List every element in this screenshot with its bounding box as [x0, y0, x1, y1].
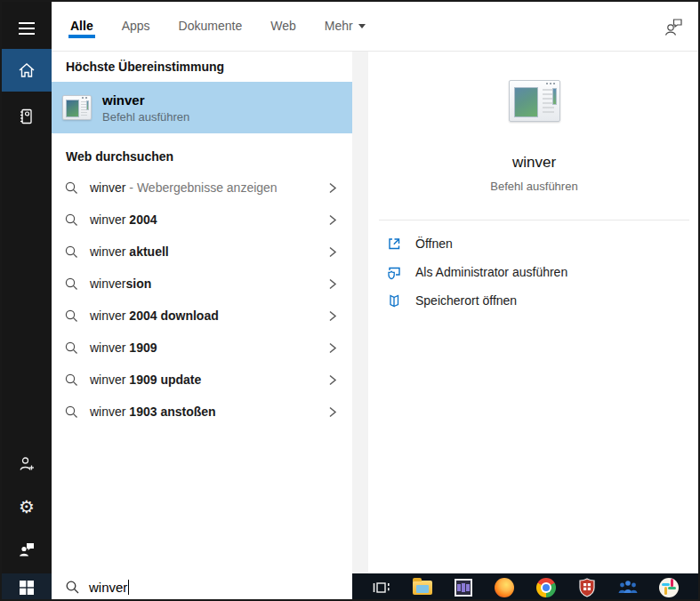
chevron-right-icon[interactable]	[325, 244, 340, 260]
gear-icon: ⚙	[19, 496, 35, 517]
chevron-right-icon[interactable]	[325, 180, 340, 196]
action-open-file-location[interactable]: Speicherort öffnen	[368, 286, 700, 315]
best-match-row[interactable]: winver Befehl ausführen	[52, 82, 352, 133]
suggestion-text: winversion	[90, 276, 151, 291]
firefox-button[interactable]	[487, 573, 521, 601]
file-explorer-icon	[413, 581, 432, 595]
search-results-panel: Höchste Übereinstimmung winver Befehl au…	[52, 52, 352, 573]
contacts-people-icon	[617, 578, 639, 597]
tab-alle[interactable]: Alle	[68, 11, 95, 44]
task-view-button[interactable]	[365, 573, 398, 601]
notebook-icon	[18, 108, 36, 125]
suggestion-text: winver 1909	[90, 341, 157, 355]
hamburger-menu-button[interactable]	[2, 7, 52, 50]
home-icon	[18, 62, 36, 78]
tab-mehr[interactable]: Mehr	[323, 11, 367, 44]
tab-web[interactable]: Web	[269, 11, 298, 44]
feedback-icon	[18, 541, 36, 557]
sidebar-item-home[interactable]	[2, 49, 52, 92]
tab-apps[interactable]: Apps	[120, 11, 152, 44]
suggestion-text: winver 2004	[90, 212, 157, 227]
search-icon	[65, 580, 80, 595]
web-suggestion-row[interactable]: winver 1903 anstoßen	[52, 396, 352, 428]
web-search-header: Web durchsuchen	[52, 141, 352, 172]
action-label: Speicherort öffnen	[415, 293, 517, 308]
teams-button[interactable]	[447, 573, 480, 601]
suggestion-text: winver - Webergebnisse anzeigen	[90, 180, 278, 195]
tab-label: Apps	[122, 19, 150, 33]
search-input-value: winver	[89, 580, 127, 595]
preview-divider	[379, 220, 689, 220]
search-icon	[64, 212, 79, 228]
search-icon	[64, 405, 79, 420]
action-label: Öffnen	[415, 236, 453, 251]
teams-icon	[455, 579, 472, 597]
suggestion-text: winver 2004 download	[90, 309, 219, 323]
suggestion-text: winver 1909 update	[90, 373, 201, 387]
sidebar-item-settings[interactable]: ⚙	[2, 485, 52, 528]
chevron-right-icon[interactable]	[325, 341, 340, 356]
file-explorer-button[interactable]	[406, 573, 439, 601]
suggestion-text: winver 1903 anstoßen	[90, 405, 216, 419]
search-input[interactable]: winver	[52, 573, 352, 601]
action-label: Als Administrator ausführen	[415, 265, 567, 279]
sidebar-item-add-account[interactable]	[2, 443, 52, 485]
tab-label: Mehr	[325, 19, 353, 33]
windows-search-flyout: { "colors": { "accent": "#0078d7", "sele…	[0, 0, 700, 601]
search-icon	[64, 180, 79, 196]
preview-panel: winver Befehl ausführen Öffnen Als Admin…	[368, 52, 700, 573]
chevron-right-icon[interactable]	[325, 373, 340, 388]
web-suggestion-row[interactable]: winver - Webergebnisse anzeigen	[52, 172, 352, 204]
search-tab-bar: Alle Apps Dokumente Web Mehr	[52, 2, 700, 52]
tab-label: Web	[270, 19, 296, 33]
web-suggestion-row[interactable]: winversion	[52, 268, 352, 300]
chevron-right-icon[interactable]	[325, 309, 340, 324]
web-suggestion-row[interactable]: winver 1909	[52, 332, 352, 364]
security-shield-icon	[578, 578, 596, 597]
tab-label: Alle	[70, 19, 93, 33]
taskbar-apps	[352, 573, 698, 601]
user-feedback-icon	[663, 17, 684, 36]
hamburger-icon	[18, 21, 36, 36]
winver-app-icon	[62, 95, 92, 120]
account-button[interactable]	[663, 17, 684, 40]
slack-button[interactable]	[652, 573, 686, 601]
winver-app-icon-large	[509, 80, 560, 122]
windows-logo-icon	[20, 581, 34, 595]
web-suggestion-row[interactable]: winver 2004	[52, 204, 352, 236]
best-match-header: Höchste Übereinstimmung	[52, 52, 352, 82]
security-app-button[interactable]	[570, 573, 604, 601]
taskbar: winver	[2, 573, 698, 601]
search-icon	[64, 276, 79, 292]
chevron-right-icon[interactable]	[325, 212, 340, 228]
web-suggestion-row[interactable]: winver aktuell	[52, 236, 352, 268]
start-button[interactable]	[2, 573, 52, 601]
search-icon	[64, 341, 79, 356]
tab-label: Dokumente	[179, 19, 243, 33]
sidebar-item-notebook[interactable]	[2, 95, 52, 138]
action-run-as-admin[interactable]: Als Administrator ausführen	[368, 258, 700, 286]
best-match-subtitle: Befehl ausführen	[102, 110, 189, 124]
sidebar-rail: ⚙	[2, 2, 52, 573]
chevron-right-icon[interactable]	[325, 276, 340, 292]
chrome-icon	[536, 578, 556, 597]
web-suggestion-row[interactable]: winver 1909 update	[52, 364, 352, 396]
preview-app-name: winver	[368, 154, 700, 172]
firefox-icon	[495, 578, 514, 597]
tabs: Alle Apps Dokumente Web Mehr	[68, 2, 367, 52]
task-view-icon	[372, 580, 391, 596]
tab-dokumente[interactable]: Dokumente	[177, 11, 245, 44]
chrome-button[interactable]	[529, 573, 563, 601]
slack-icon	[659, 578, 679, 597]
web-suggestion-row[interactable]: winver 2004 download	[52, 300, 352, 332]
contacts-app-button[interactable]	[611, 573, 645, 601]
suggestion-text: winver aktuell	[90, 244, 169, 259]
chevron-right-icon[interactable]	[325, 405, 340, 420]
action-open[interactable]: Öffnen	[368, 229, 700, 258]
preview-app-type: Befehl ausführen	[368, 180, 700, 193]
text-caret	[128, 580, 129, 595]
search-icon	[64, 309, 79, 324]
sidebar-item-feedback[interactable]	[2, 528, 52, 571]
search-icon	[64, 244, 79, 260]
add-user-icon	[18, 456, 36, 472]
